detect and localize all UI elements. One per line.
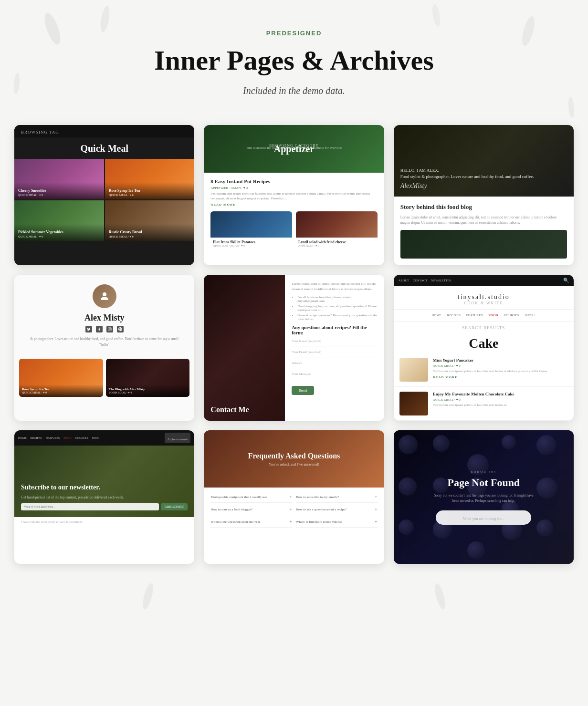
nav-recipes[interactable]: RECIPES (447, 313, 461, 317)
appetizer-article-body: Vestibulum ante ipsum primis in faucibus… (210, 192, 377, 201)
quick-meal-meta-1: QUICK MEAL · ♥ 0 (18, 194, 100, 197)
faq-title: Frequently Asked Questions (248, 452, 340, 460)
card-quick-meal[interactable]: BROWSING TAG Quick Meal Cherry Smoothie … (14, 125, 194, 266)
contact-subject-field[interactable]: Subject (292, 361, 378, 368)
card-newsletter[interactable]: HOME RECIPES FEATURES FOOD COURSES SHOP … (14, 430, 194, 564)
alex-post-1[interactable]: Rose Syrup Ice Tea QUICK MEAL · ♥ 0 (19, 359, 103, 397)
newsletter-nav-home[interactable]: HOME (18, 436, 27, 439)
facebook-icon[interactable] (96, 326, 103, 332)
contact-name-field[interactable]: Your Name (required) (292, 339, 378, 346)
quick-meal-meta-2: QUICK MEAL · ♥ 0 (109, 194, 191, 197)
faq-item-2[interactable]: How to start as a food blogger? + (210, 507, 292, 515)
nav-features[interactable]: FEATURES (466, 313, 483, 317)
card-alex-profile[interactable]: HELLO, I AM ALEX. Food stylist & photogr… (394, 125, 574, 266)
contact-email-label: Your Email (required) (292, 350, 378, 354)
card-alex-misty[interactable]: Alex Misty & photographer. Loves nature … (14, 275, 194, 421)
nav-about[interactable]: ABOUT (399, 279, 409, 282)
alex-post-2[interactable]: The Blog with Alex Misty FOOD BLOG · ♥ 0 (106, 359, 190, 397)
newsletter-footer: I have read and agree to the privacy & c… (14, 517, 194, 526)
newsletter-nav-recipes[interactable]: RECIPES (31, 436, 42, 439)
faq-question-5: How to ask a question about a recipe? (296, 508, 346, 511)
faq-item-3[interactable]: When is the workshop open this year + (210, 519, 292, 528)
newsletter-hero: Subscribe to our newsletter. Get hand-pi… (14, 446, 194, 517)
nav-home[interactable]: HOME (431, 313, 441, 317)
nav-newsletter[interactable]: NEWSLETTER (431, 279, 452, 282)
search-result-2-meta: QUICK MEAL · ♥ 0 (433, 398, 514, 402)
newsletter-nav-features[interactable]: FEATURES (46, 436, 60, 439)
contact-email-field[interactable]: Your Email (required) (292, 350, 378, 357)
quick-meal-item-4[interactable]: Rustic Crusty Bread QUICK MEAL · ♥ 0 (105, 200, 195, 241)
quick-meal-item-3[interactable]: Pickled Summer Vegetables QUICK MEAL · ♥… (14, 200, 104, 241)
newsletter-nav-food[interactable]: FOOD (63, 436, 71, 439)
contact-intro: Lorem ipsum dolor sit amet, consectetur … (292, 281, 378, 291)
quick-meal-item-1[interactable]: Cherry Smoothie QUICK MEAL · ♥ 0 (14, 159, 104, 199)
faq-item-4[interactable]: How to subscribe to my emails? + (296, 494, 378, 503)
quick-meal-title-bar: Quick Meal (14, 137, 194, 159)
newsletter-nav-bar: HOME RECIPES FEATURES FOOD COURSES SHOP … (14, 430, 194, 446)
quick-meal-meta-4: QUICK MEAL · ♥ 0 (109, 235, 191, 238)
contact-list-item-1: For all business inquiries, please conta… (297, 295, 378, 303)
appetizer-thumb-2[interactable]: Lentil salad with fried cheese APPETIZER… (296, 211, 378, 249)
blueberry-10 (536, 478, 557, 498)
faq-grid: Photographic equipment that I usually us… (210, 494, 377, 528)
appetizer-read-more[interactable]: READ MORE (210, 203, 377, 207)
nav-contact[interactable]: CONTACT (413, 279, 427, 282)
faq-item-5[interactable]: How to ask a question about a recipe? + (296, 507, 378, 515)
search-result-1[interactable]: Mini Yogurt Pancakes QUICK MEAL · ♥ 0 Ve… (394, 353, 574, 387)
newsletter-search-box[interactable]: Explore to search (165, 433, 190, 443)
card-search[interactable]: ABOUT CONTACT NEWSLETTER 🔍 tinysalt.stud… (394, 275, 574, 421)
search-result-2-title: Enjoy My Favourite Molten Chocolate Cake (433, 392, 514, 396)
appetizer-thumb-2-title: Lentil salad with fried cheese (298, 240, 375, 244)
alex-misty-bio: & photographer. Loves nature and healthy… (21, 336, 188, 347)
faq-hero: Frequently Asked Questions You've asked,… (204, 430, 384, 488)
faq-plus-2: + (289, 507, 292, 512)
card-faq[interactable]: Frequently Asked Questions You've asked,… (204, 430, 384, 564)
page-404-search[interactable]: What you are looking for... (436, 510, 531, 525)
card-contact[interactable]: Contact Me Lorem ipsum dolor sit amet, c… (204, 275, 384, 421)
search-icon-header[interactable]: 🔍 (563, 278, 569, 283)
newsletter-subscribe-button[interactable]: SUBSCRIBE (161, 503, 188, 510)
card-404[interactable]: ERROR 404 Page Not Found Sorry but we co… (394, 430, 574, 564)
predesigned-label: PREDESIGNED (266, 30, 322, 37)
header: PREDESIGNED Inner Pages & Archives Inclu… (0, 0, 588, 115)
blueberry-11 (399, 519, 414, 535)
faq-question-2: How to start as a food blogger? (210, 508, 252, 511)
search-nav-links: ABOUT CONTACT NEWSLETTER (399, 279, 452, 282)
appetizer-featured-article[interactable]: 8 Easy Instant Pot Recipes APPETIZER · A… (210, 178, 377, 207)
instagram-icon[interactable] (106, 326, 113, 332)
quick-meal-header: BROWSING TAG (14, 125, 194, 137)
pinterest-icon[interactable] (117, 326, 124, 332)
contact-submit-button[interactable]: Send (292, 386, 314, 395)
newsletter-nav-courses[interactable]: COURSES (75, 436, 88, 439)
search-result-2[interactable]: Enjoy My Favourite Molten Chocolate Cake… (394, 387, 574, 421)
newsletter-email-input[interactable] (21, 503, 159, 510)
faq-item-1[interactable]: Photographic equipment that I usually us… (210, 494, 292, 503)
nav-shop[interactable]: SHOP + (525, 313, 536, 317)
alex-misty-posts: Rose Syrup Ice Tea QUICK MEAL · ♥ 0 The … (14, 354, 194, 404)
quick-meal-item-2[interactable]: Rose Syrup Ice Tea QUICK MEAL · ♥ 0 (105, 159, 195, 199)
page-404-search-placeholder: What you are looking for... (463, 517, 504, 521)
page-subtitle: Included in the demo data. (10, 85, 578, 96)
svg-point-10 (103, 292, 106, 296)
appetizer-thumb-1-meta: APPETIZER · ASIAN · ♥ 0 (213, 244, 290, 247)
quick-meal-overlay-4: Rustic Crusty Bread QUICK MEAL · ♥ 0 (105, 224, 195, 241)
twitter-icon[interactable] (85, 326, 92, 332)
appetizer-thumb-1[interactable]: Flat Irons Skillet Potatoes APPETIZER · … (210, 211, 292, 249)
nav-food-active[interactable]: FOOD (488, 313, 498, 317)
appetizer-hero: BROWSING CATEGORY Appetizer This incredi… (204, 125, 384, 173)
contact-form-title: Any questions about recipes? Fill the fo… (292, 325, 378, 335)
card-appetizer[interactable]: BROWSING CATEGORY Appetizer This incredi… (204, 125, 384, 266)
alex-story-content: Story behind this food blog Lorem ipsum … (394, 197, 574, 266)
appetizer-thumb-1-info: Flat Irons Skillet Potatoes APPETIZER · … (210, 238, 292, 249)
search-result-1-read-more[interactable]: READ MORE (433, 375, 548, 379)
faq-item-6[interactable]: Where to find more recipe videos? + (296, 519, 378, 528)
contact-message-field[interactable]: Your Message (292, 372, 378, 379)
newsletter-nav-shop[interactable]: SHOP (92, 436, 99, 439)
alex-hero-text: HELLO, I AM ALEX. Food stylist & photogr… (400, 167, 567, 190)
nav-courses[interactable]: COURSES (504, 313, 519, 317)
faq-plus-5: + (375, 507, 378, 512)
site-tagline: COOK & WRITE (399, 301, 569, 305)
blueberry-7 (433, 478, 449, 493)
blueberry-13 (467, 541, 485, 559)
appetizer-article-meta: APPETIZER · ASIAN · ♥ 3 (210, 186, 377, 190)
